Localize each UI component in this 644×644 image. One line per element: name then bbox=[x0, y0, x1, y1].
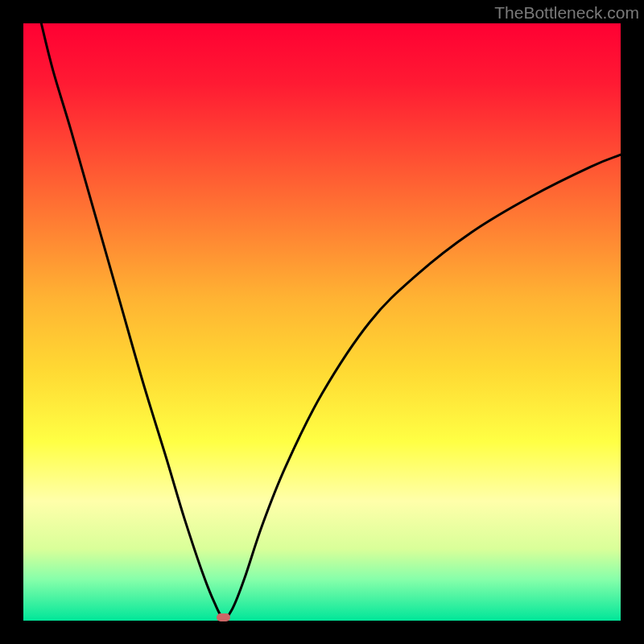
watermark-text: TheBottleneck.com bbox=[494, 3, 639, 23]
plot-area bbox=[23, 23, 621, 621]
chart-frame: TheBottleneck.com bbox=[0, 0, 644, 644]
optimum-marker bbox=[217, 613, 229, 621]
curve-path bbox=[41, 23, 621, 618]
bottleneck-curve bbox=[23, 23, 621, 621]
